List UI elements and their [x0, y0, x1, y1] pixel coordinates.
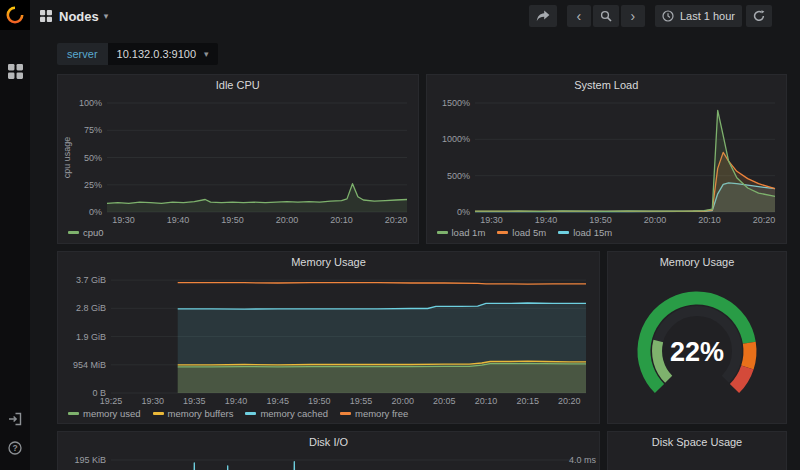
svg-text:50%: 50%	[84, 153, 102, 163]
legend-label: memory free	[355, 408, 408, 419]
help-icon[interactable]: ?	[8, 441, 22, 459]
legend-label: cpu0	[83, 227, 104, 238]
idle-cpu-legend: cpu0	[58, 226, 418, 241]
panel-idle-cpu: Idle CPU 0%25%50%75%100%19:3019:4019:502…	[57, 74, 419, 244]
panel-title[interactable]: Idle CPU	[58, 75, 418, 96]
time-forward-button[interactable]: ›	[621, 5, 645, 27]
legend-item-memory-buffers[interactable]: memory buffers	[153, 408, 234, 419]
memory-usage-chart[interactable]: 0 B954 MiB1.9 GiB2.8 GiB3.7 GiB19:2519:3…	[59, 273, 598, 407]
svg-text:20:20: 20:20	[558, 396, 581, 406]
dashboard-row-2: Memory Usage 0 B954 MiB1.9 GiB2.8 GiB3.7…	[57, 251, 787, 424]
memory-usage-legend: memory usedmemory buffersmemory cachedme…	[58, 407, 599, 422]
legend-item-memory-free[interactable]: memory free	[340, 408, 408, 419]
legend-marker	[68, 412, 79, 415]
svg-text:500%: 500%	[447, 171, 470, 181]
dashboard-row-3: Disk I/O 195 KiB4.0 ms readwritten Disk …	[57, 431, 787, 470]
caret-down-icon: ▾	[204, 49, 209, 59]
legend-item-load-15m[interactable]: load 15m	[558, 227, 612, 238]
legend-label: load 5m	[512, 227, 546, 238]
svg-text:19:55: 19:55	[350, 396, 373, 406]
legend-item-memory-used[interactable]: memory used	[68, 408, 141, 419]
svg-text:20:10: 20:10	[475, 396, 498, 406]
svg-text:20:10: 20:10	[330, 215, 353, 225]
svg-text:20:00: 20:00	[391, 396, 414, 406]
system-load-chart[interactable]: 0%500%1000%1500%19:3019:4019:5020:0020:1…	[427, 96, 785, 226]
sign-in-icon[interactable]	[8, 412, 22, 430]
legend-marker	[497, 231, 508, 234]
legend-label: load 15m	[573, 227, 612, 238]
time-range-button[interactable]: Last 1 hour	[655, 5, 742, 27]
svg-text:75%: 75%	[84, 125, 102, 135]
svg-text:20:20: 20:20	[385, 215, 408, 225]
legend-marker	[558, 231, 569, 234]
svg-text:19:30: 19:30	[480, 215, 503, 225]
legend-item-cpu0[interactable]: cpu0	[68, 227, 104, 238]
dashboard-row-1: Idle CPU 0%25%50%75%100%19:3019:4019:502…	[57, 74, 787, 244]
sidebar-dashboards-icon[interactable]	[8, 64, 23, 83]
legend-marker	[68, 231, 79, 234]
time-nav-group: ‹ ›	[567, 5, 645, 27]
svg-text:20:20: 20:20	[753, 215, 776, 225]
svg-text:19:25: 19:25	[100, 396, 123, 406]
dashboard-title[interactable]: Nodes	[59, 9, 99, 24]
panel-memory-gauge: Memory Usage 22%	[607, 251, 787, 424]
svg-text:100%: 100%	[79, 98, 102, 108]
svg-text:cpu usage: cpu usage	[62, 137, 72, 179]
legend-item-load-5m[interactable]: load 5m	[497, 227, 546, 238]
panel-title[interactable]: Disk I/O	[58, 432, 599, 453]
legend-marker	[437, 231, 448, 234]
legend-marker	[245, 412, 256, 415]
svg-text:19:50: 19:50	[589, 215, 612, 225]
svg-text:1000%: 1000%	[442, 134, 470, 144]
svg-text:20:00: 20:00	[275, 215, 298, 225]
svg-text:19:40: 19:40	[535, 215, 558, 225]
svg-text:0%: 0%	[89, 207, 102, 217]
svg-text:1.9 GiB: 1.9 GiB	[76, 332, 106, 342]
svg-text:19:50: 19:50	[221, 215, 244, 225]
server-variable-value[interactable]: 10.132.0.3:9100 ▾	[108, 43, 218, 65]
idle-cpu-chart[interactable]: 0%25%50%75%100%19:3019:4019:5020:0020:10…	[59, 96, 417, 226]
svg-text:19:35: 19:35	[183, 396, 206, 406]
legend-label: memory buffers	[168, 408, 234, 419]
disk-space-usage-body	[608, 453, 786, 470]
time-back-button[interactable]: ‹	[567, 5, 591, 27]
panel-memory-usage: Memory Usage 0 B954 MiB1.9 GiB2.8 GiB3.7…	[57, 251, 600, 424]
svg-text:195 KiB: 195 KiB	[74, 455, 106, 465]
panel-system-load: System Load 0%500%1000%1500%19:3019:4019…	[426, 74, 788, 244]
svg-text:?: ?	[12, 443, 17, 453]
dashboard-content: server 10.132.0.3:9100 ▾ Idle CPU 0%25%5…	[30, 32, 800, 470]
svg-text:1500%: 1500%	[442, 98, 470, 108]
grafana-logo-icon[interactable]	[0, 0, 30, 30]
refresh-button[interactable]	[746, 5, 772, 27]
system-load-legend: load 1mload 5mload 15m	[427, 226, 787, 241]
legend-label: load 1m	[452, 227, 486, 238]
memory-gauge-wrap: 22%	[608, 273, 786, 423]
zoom-out-button[interactable]	[593, 5, 619, 27]
panel-title[interactable]: Memory Usage	[58, 252, 599, 273]
panel-title[interactable]: System Load	[427, 75, 787, 96]
legend-marker	[153, 412, 164, 415]
svg-text:954 MiB: 954 MiB	[73, 360, 106, 370]
panel-title[interactable]: Disk Space Usage	[608, 432, 786, 453]
panel-disk-space-usage: Disk Space Usage	[607, 431, 787, 470]
svg-text:19:40: 19:40	[225, 396, 248, 406]
legend-item-memory-cached[interactable]: memory cached	[245, 408, 328, 419]
server-variable-label: server	[57, 43, 108, 65]
template-variables-row: server 10.132.0.3:9100 ▾	[57, 42, 787, 66]
svg-text:20:15: 20:15	[516, 396, 539, 406]
share-button[interactable]	[529, 5, 557, 27]
legend-item-load-1m[interactable]: load 1m	[437, 227, 486, 238]
disk-io-chart[interactable]: 195 KiB4.0 ms	[59, 453, 598, 470]
grafana-flame-icon	[5, 5, 25, 25]
dashboard-grid-icon	[40, 10, 52, 22]
share-icon	[536, 10, 550, 22]
svg-text:22%: 22%	[670, 337, 724, 367]
svg-text:20:00: 20:00	[644, 215, 667, 225]
panel-disk-io: Disk I/O 195 KiB4.0 ms readwritten	[57, 431, 600, 470]
svg-text:19:30: 19:30	[112, 215, 135, 225]
top-bar: Nodes ▾ ‹ › Last 1 hour	[30, 0, 800, 32]
memory-usage-gauge: 22%	[609, 273, 785, 421]
panel-title[interactable]: Memory Usage	[608, 252, 786, 273]
legend-label: memory cached	[260, 408, 328, 419]
caret-down-icon: ▾	[104, 11, 109, 21]
